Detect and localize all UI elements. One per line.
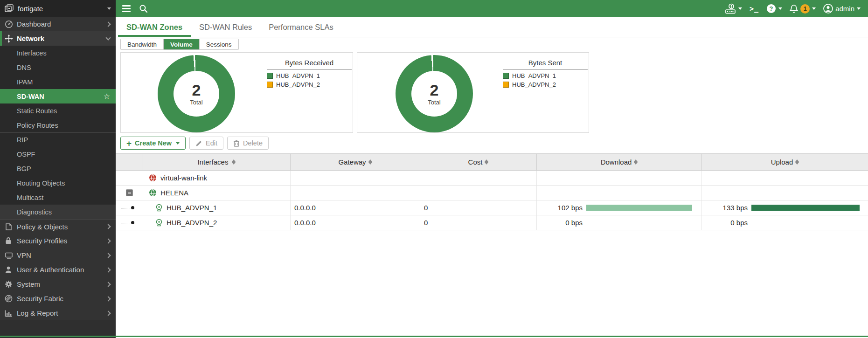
create-new-button[interactable]: + Create New bbox=[120, 137, 186, 150]
bytes-sent-donut-chart: 2 Total bbox=[396, 55, 473, 132]
topbar-right-cluster: >_ ? 1 admin bbox=[724, 3, 868, 14]
subtab-bandwidth[interactable]: Bandwidth bbox=[121, 39, 164, 49]
column-header-gateway[interactable]: Gateway bbox=[291, 154, 420, 170]
legend-item[interactable]: HUB_ADVPN_1 bbox=[503, 72, 588, 79]
bytes-received-panel: 2 Total Bytes Received HUB_ADVPN_1 HUB_A… bbox=[120, 52, 353, 133]
sidebar-item-ospf[interactable]: OSPF bbox=[0, 147, 116, 161]
cost-cell: 0 bbox=[420, 200, 537, 215]
expander-column-header bbox=[116, 154, 143, 170]
sidebar-item-static-routes[interactable]: Static Routes bbox=[0, 103, 116, 118]
sidebar-item-system[interactable]: System bbox=[0, 277, 116, 291]
fortigate-logo-icon bbox=[5, 4, 14, 13]
tab-sd-wan-rules[interactable]: SD-WAN Rules bbox=[191, 17, 260, 37]
column-header-interfaces[interactable]: Interfaces bbox=[143, 154, 291, 170]
cli-console-icon: >_ bbox=[750, 5, 759, 13]
sidebar-item-network[interactable]: Network bbox=[0, 31, 116, 46]
upload-value: 0 bps bbox=[706, 219, 748, 227]
legend-title: Bytes Received bbox=[267, 59, 352, 69]
upload-value: 133 bps bbox=[706, 204, 748, 212]
sidebar-item-user-authentication[interactable]: User & Authentication bbox=[0, 262, 116, 277]
admin-user-menu[interactable]: admin bbox=[823, 4, 861, 14]
collapse-minus-icon[interactable] bbox=[126, 189, 133, 196]
cli-console-button[interactable]: >_ bbox=[750, 5, 759, 13]
column-header-cost[interactable]: Cost bbox=[420, 154, 537, 170]
legend-item[interactable]: HUB_ADVPN_2 bbox=[267, 81, 352, 88]
bytes-sent-panel: 2 Total Bytes Sent HUB_ADVPN_1 HUB_ADVPN… bbox=[357, 52, 589, 133]
download-bar bbox=[586, 205, 692, 211]
plus-icon: + bbox=[126, 139, 132, 148]
bar-chart-icon bbox=[5, 310, 17, 317]
table-row[interactable]: HUB_ADVPN_2 0.0.0.0 0 0 bps 0 bps bbox=[116, 215, 868, 230]
legend-swatch-green bbox=[267, 73, 273, 79]
table-row[interactable]: virtual-wan-link bbox=[116, 171, 868, 186]
interface-cell: HUB_ADVPN_1 bbox=[143, 200, 291, 215]
svg-text:?: ? bbox=[770, 5, 773, 12]
notifications-menu[interactable]: 1 bbox=[790, 4, 816, 14]
legend-swatch-orange bbox=[267, 82, 273, 88]
sort-icon bbox=[368, 159, 372, 165]
sdwan-zone-green-icon bbox=[149, 189, 157, 197]
hamburger-menu-icon[interactable] bbox=[122, 5, 131, 12]
fabric-disc-icon bbox=[5, 295, 17, 303]
delete-button[interactable]: Delete bbox=[227, 137, 269, 150]
sidebar-item-security-profiles[interactable]: Security Profiles bbox=[0, 234, 116, 248]
device-status-menu[interactable] bbox=[724, 3, 742, 14]
sidebar-item-bgp[interactable]: BGP bbox=[0, 161, 116, 176]
column-header-upload[interactable]: Upload bbox=[702, 154, 868, 170]
tree-line bbox=[121, 208, 131, 208]
subtab-volume[interactable]: Volume bbox=[164, 39, 200, 49]
sidebar-item-sd-wan[interactable]: SD-WAN ☆ bbox=[0, 89, 116, 103]
help-menu[interactable]: ? bbox=[766, 4, 782, 14]
fortigate-logo[interactable]: fortigate bbox=[0, 0, 116, 17]
sidebar-item-dns[interactable]: DNS bbox=[0, 60, 116, 75]
sort-icon bbox=[485, 159, 488, 165]
tab-performance-slas[interactable]: Performance SLAs bbox=[260, 17, 341, 37]
gateway-cell bbox=[291, 186, 420, 200]
gateway-cell: 0.0.0.0 bbox=[291, 215, 420, 230]
interface-cell: HUB_ADVPN_2 bbox=[143, 215, 291, 230]
tab-sd-wan-zones[interactable]: SD-WAN Zones bbox=[118, 17, 191, 37]
sidebar-item-rip[interactable]: RIP bbox=[0, 132, 116, 147]
sidebar-item-diagnostics[interactable]: Diagnostics bbox=[0, 205, 116, 219]
legend-title: Bytes Sent bbox=[503, 59, 588, 69]
sidebar-item-log-report[interactable]: Log & Report bbox=[0, 306, 116, 320]
column-header-download[interactable]: Download bbox=[537, 154, 702, 170]
sidebar-item-ipam[interactable]: IPAM bbox=[0, 75, 116, 89]
bytes-sent-legend: Bytes Sent HUB_ADVPN_1 HUB_ADVPN_2 bbox=[503, 59, 588, 88]
legend-item[interactable]: HUB_ADVPN_2 bbox=[503, 81, 588, 88]
sidebar-item-security-fabric[interactable]: Security Fabric bbox=[0, 291, 116, 306]
expander-cell bbox=[116, 171, 143, 185]
footer-accent-line bbox=[0, 336, 868, 337]
favorite-star-icon[interactable]: ☆ bbox=[104, 92, 110, 101]
upload-cell bbox=[702, 186, 868, 200]
gateway-cell bbox=[291, 171, 420, 185]
subtab-sessions[interactable]: Sessions bbox=[200, 39, 238, 49]
upload-cell bbox=[702, 171, 868, 185]
sidebar-item-routing-objects[interactable]: Routing Objects bbox=[0, 176, 116, 190]
sidebar-item-multicast[interactable]: Multicast bbox=[0, 190, 116, 205]
sd-wan-zones-table: Interfaces Gateway Cost Download Upload … bbox=[116, 153, 868, 230]
search-icon[interactable] bbox=[139, 4, 148, 13]
monitor-icon bbox=[5, 252, 17, 259]
sidebar-item-policy-routes[interactable]: Policy Routes bbox=[0, 118, 116, 132]
cost-cell bbox=[420, 186, 537, 200]
table-row[interactable]: HELENA bbox=[116, 186, 868, 200]
sidebar-item-vpn[interactable]: VPN bbox=[0, 248, 116, 262]
tree-line bbox=[121, 215, 121, 222]
user-avatar-icon bbox=[823, 4, 833, 14]
logo-caret-icon[interactable] bbox=[107, 7, 111, 10]
chevron-down-icon bbox=[738, 7, 742, 10]
table-row[interactable]: HUB_ADVPN_1 0.0.0.0 0 102 bps 133 bps bbox=[116, 200, 868, 215]
sdwan-zone-red-icon bbox=[149, 174, 157, 182]
legend-item[interactable]: HUB_ADVPN_1 bbox=[267, 72, 352, 79]
chevron-right-icon bbox=[105, 253, 111, 258]
network-move-icon bbox=[5, 34, 17, 43]
user-icon bbox=[5, 266, 17, 274]
sidebar-item-interfaces[interactable]: Interfaces bbox=[0, 46, 116, 60]
tree-line bbox=[121, 223, 131, 223]
sidebar-item-dashboard[interactable]: Dashboard bbox=[0, 17, 116, 31]
edit-button[interactable]: Edit bbox=[189, 137, 223, 150]
gateway-cell: 0.0.0.0 bbox=[291, 200, 420, 215]
sidebar-item-policy-objects[interactable]: Policy & Objects bbox=[0, 219, 116, 234]
legend-swatch-green bbox=[503, 73, 509, 79]
